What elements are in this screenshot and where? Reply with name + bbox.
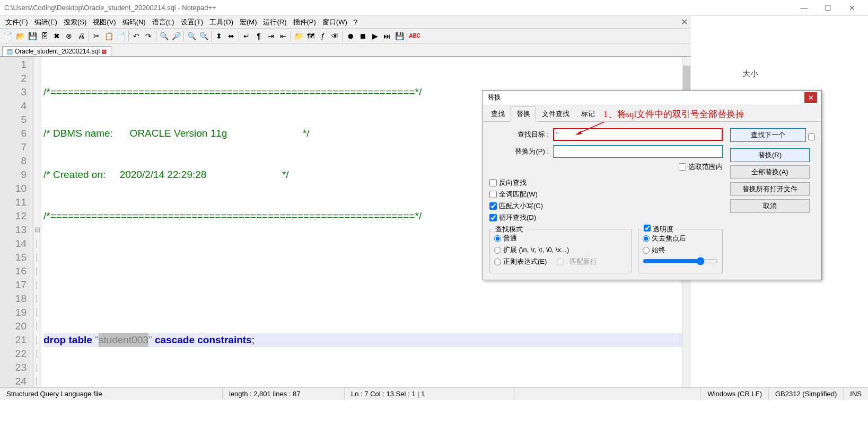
separator [183,31,184,41]
separator [343,31,343,41]
mode-regex-label: 正则表达式(E) [503,257,547,266]
separator [128,31,129,41]
sync-v-icon[interactable]: ⬍ [213,30,225,42]
line-number: 2 [0,72,27,85]
line-number: 24 [0,374,27,388]
menu-search[interactable]: 搜索(S) [60,16,90,28]
play-icon[interactable]: ▶ [369,30,381,42]
trans-always-radio[interactable] [643,247,650,254]
match-case-label: 匹配大小写(C) [499,201,543,211]
menu-settings[interactable]: 设置(T) [178,16,207,28]
indent-icon[interactable]: ⇥ [265,30,277,42]
in-selection-checkbox[interactable] [679,163,686,171]
minimize-button[interactable]: — [792,1,816,15]
func-list-icon[interactable]: ƒ [317,30,329,42]
cancel-button[interactable]: 取消 [730,199,810,213]
sync-h-icon[interactable]: ⬌ [225,30,237,42]
zoom-in-icon[interactable]: 🔍 [186,30,197,42]
stop-icon[interactable]: ⏹ [357,30,369,42]
line-number: 8 [0,154,27,168]
tab-find[interactable]: 查找 [485,106,511,121]
dialog-close-button[interactable]: ✕ [804,92,817,103]
replace-input[interactable] [553,145,723,158]
print-icon[interactable]: 🖨 [75,30,87,42]
replace-button[interactable]: 替换(R) [730,148,810,162]
copy-icon[interactable]: 📋 [103,30,115,42]
menu-language[interactable]: 语言(L) [149,16,178,28]
in-selection-label: 选取范围内 [688,162,723,172]
tab-bar: ▤ Oracle_student_20200214.sql ⊠ [0,43,691,56]
side-label: 大小 [742,69,758,79]
new-file-icon[interactable]: 📄 [2,30,14,42]
menu-view[interactable]: 视图(V) [90,16,119,28]
menu-help[interactable]: ? [350,17,361,27]
open-file-icon[interactable]: 📂 [14,30,26,42]
menu-encoding[interactable]: 编码(N) [119,16,149,28]
menu-macro[interactable]: 宏(M) [236,16,260,28]
close-button[interactable]: ✕ [840,1,864,15]
line-number: 16 [0,264,27,278]
doc-map-icon[interactable]: 🗺 [305,30,317,42]
find-label: 查找目标 : [489,130,553,139]
find-next-extra-checkbox[interactable] [808,133,815,140]
transparency-slider[interactable] [643,257,718,265]
whole-word-checkbox[interactable] [489,191,497,198]
paste-icon[interactable]: 📄 [115,30,127,42]
record-icon[interactable]: ⏺ [345,30,356,42]
save-macro-icon[interactable]: 💾 [393,30,405,42]
replace-all-button[interactable]: 全部替换(A) [730,165,810,179]
spell-icon[interactable]: ABC [409,30,420,42]
search-mode-label: 查找模式 [493,225,525,234]
wrap-checkbox[interactable] [489,214,497,221]
replace-label: 替换为(P) : [489,147,553,156]
close-file-icon[interactable]: ✖ [51,30,63,42]
menu-run[interactable]: 运行(R) [260,16,290,28]
mode-regex-radio[interactable] [494,258,501,265]
play-multi-icon[interactable]: ⏭ [381,30,393,42]
undo-icon[interactable]: ↶ [130,30,142,42]
folder-icon[interactable]: 📁 [293,30,304,42]
cut-icon[interactable]: ✂ [91,30,102,42]
menu-file[interactable]: 文件(F) [2,16,31,28]
monitor-icon[interactable]: 👁 [329,30,341,42]
show-all-icon[interactable]: ¶ [253,30,265,42]
maximize-button[interactable]: ☐ [816,1,840,15]
tab-replace[interactable]: 替换 [511,106,536,122]
replace-icon[interactable]: 🔎 [170,30,182,42]
file-tab[interactable]: ▤ Oracle_student_20200214.sql ⊠ [2,46,111,56]
redo-icon[interactable]: ↷ [143,30,154,42]
toolbar: 📄 📂 💾 🗄 ✖ ⊗ 🖨 ✂ 📋 📄 ↶ ↷ 🔍 🔎 🔍 🔍 ⬍ ⬌ ↵ ¶ … [0,29,691,43]
tab-mark[interactable]: 标记 [575,106,601,121]
menu-plugins[interactable]: 插件(P) [290,16,319,28]
wrap-label: 循环查找(D) [499,213,536,222]
mode-extended-radio[interactable] [494,247,501,254]
menu-window[interactable]: 窗口(W) [319,16,350,28]
find-icon[interactable]: 🔍 [158,30,170,42]
replace-all-open-button[interactable]: 替换所有打开文件 [730,182,810,196]
backward-checkbox[interactable] [489,179,497,186]
outdent-icon[interactable]: ⇤ [277,30,289,42]
tab-find-in-files[interactable]: 文件查找 [536,106,575,121]
zoom-out-icon[interactable]: 🔍 [198,30,209,42]
dialog-title-bar[interactable]: 替换 ✕ [483,91,821,104]
line-number: 22 [0,347,27,361]
find-next-button[interactable]: 查找下一个 [730,128,806,142]
menu-edit[interactable]: 编辑(E) [31,16,60,28]
separator [156,31,156,41]
save-all-icon[interactable]: 🗄 [39,30,50,42]
menu-close-icon[interactable]: ✕ [681,17,688,27]
mode-normal-radio[interactable] [494,235,501,242]
close-all-icon[interactable]: ⊗ [63,30,75,42]
dialog-title: 替换 [487,93,501,102]
svg-marker-1 [575,131,582,135]
line-number: 12 [0,209,27,223]
wrap-icon[interactable]: ↵ [241,30,252,42]
trans-onlose-radio[interactable] [643,235,650,242]
line-number: 6 [0,127,27,140]
fold-icon[interactable]: ⊟ [33,223,41,237]
menu-tools[interactable]: 工具(O) [206,16,236,28]
transparency-checkbox[interactable] [644,225,651,231]
match-case-checkbox[interactable] [489,202,497,210]
tab-close-icon[interactable]: ⊠ [102,48,107,55]
save-icon[interactable]: 💾 [27,30,38,42]
